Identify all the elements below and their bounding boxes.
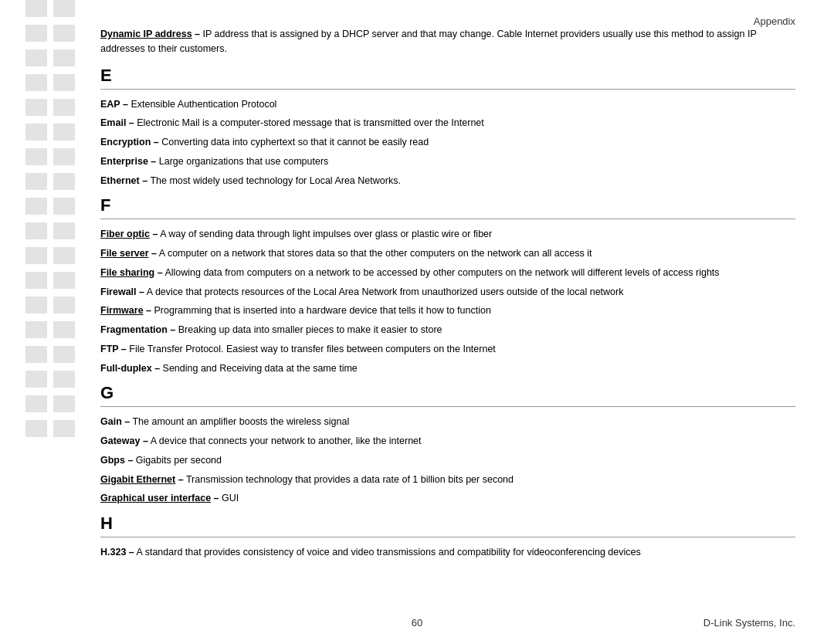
def-ethernet: Ethernet – The most widely used technolo… bbox=[100, 174, 795, 188]
section-letter-g: G bbox=[100, 383, 795, 403]
square-row bbox=[25, 395, 75, 412]
decorative-square bbox=[25, 247, 47, 264]
section-letter-e: E bbox=[100, 66, 795, 86]
square-row bbox=[25, 420, 75, 437]
def-enterprise: Enterprise – Large organizations that us… bbox=[100, 154, 795, 169]
square-row bbox=[25, 272, 75, 289]
dash-dynamic-ip: – bbox=[192, 29, 200, 39]
top-entry: Dynamic IP address – IP address that is … bbox=[100, 27, 795, 56]
def-h323: H.323 – A standard that provides consist… bbox=[100, 545, 795, 560]
decorative-square bbox=[53, 321, 75, 338]
section-g: G Gain – The amount an amplifier boosts … bbox=[100, 383, 795, 506]
decorative-square bbox=[53, 297, 75, 314]
square-row bbox=[25, 346, 75, 363]
decorative-square bbox=[53, 25, 75, 42]
decorative-square bbox=[25, 25, 47, 42]
header-text: Appendix bbox=[754, 15, 795, 27]
def-gateway: Gateway – A device that connects your ne… bbox=[100, 434, 795, 449]
footer-company: D-Link Systems, Inc. bbox=[703, 617, 795, 629]
def-ftp: FTP – File Transfer Protocol. Easiest wa… bbox=[100, 342, 795, 357]
square-row bbox=[25, 247, 75, 264]
decorative-square bbox=[53, 0, 75, 17]
decorative-square bbox=[25, 0, 47, 17]
decorative-square bbox=[25, 321, 47, 338]
decorative-square bbox=[25, 173, 47, 190]
square-row bbox=[25, 25, 75, 42]
decorative-square bbox=[53, 272, 75, 289]
decorative-square bbox=[53, 198, 75, 215]
term-dynamic-ip: Dynamic IP address bbox=[100, 29, 192, 39]
square-row bbox=[25, 99, 75, 116]
decorative-square bbox=[25, 420, 47, 437]
square-row bbox=[25, 74, 75, 91]
decorative-square bbox=[25, 395, 47, 412]
decorative-square bbox=[25, 297, 47, 314]
decorative-square bbox=[53, 346, 75, 363]
decorative-square bbox=[53, 222, 75, 239]
decorative-square bbox=[25, 124, 47, 141]
def-fiber-optic: Fiber optic – A way of sending data thro… bbox=[100, 227, 795, 242]
square-row bbox=[25, 222, 75, 239]
decorative-square bbox=[53, 371, 75, 388]
main-content: Dynamic IP address – IP address that is … bbox=[100, 15, 795, 560]
square-row bbox=[25, 49, 75, 66]
decorative-square bbox=[25, 198, 47, 215]
def-email: Email – Electronic Mail is a computer-st… bbox=[100, 116, 795, 130]
square-row bbox=[25, 371, 75, 388]
section-divider-g bbox=[100, 406, 795, 407]
footer-page-number: 60 bbox=[412, 617, 422, 629]
decorative-square bbox=[53, 173, 75, 190]
section-letter-f: F bbox=[100, 195, 795, 215]
section-e: E EAP – Extensible Authentication Protoc… bbox=[100, 66, 795, 188]
section-letter-h: H bbox=[100, 514, 795, 534]
page-container: Appendix Dynamic IP address – IP address… bbox=[0, 0, 834, 644]
section-divider-h bbox=[100, 537, 795, 537]
def-gbps: Gbps – Gigabits per second bbox=[100, 453, 795, 468]
square-row bbox=[25, 297, 75, 314]
def-gui: Graphical user interface – GUI bbox=[100, 491, 795, 506]
def-file-server: File server – A computer on a network th… bbox=[100, 246, 795, 261]
decorative-square bbox=[25, 371, 47, 388]
def-gigabit-ethernet: Gigabit Ethernet – Transmission technolo… bbox=[100, 473, 795, 487]
decorative-square bbox=[53, 74, 75, 91]
decorative-square bbox=[25, 99, 47, 116]
decorative-square bbox=[53, 49, 75, 66]
decorative-square bbox=[25, 148, 47, 165]
def-file-sharing: File sharing – Allowing data from comput… bbox=[100, 266, 795, 280]
def-gain: Gain – The amount an amplifier boosts th… bbox=[100, 415, 795, 429]
section-divider-f bbox=[100, 219, 795, 219]
def-firewall: Firewall – A device that protects resour… bbox=[100, 285, 795, 300]
square-row bbox=[25, 148, 75, 165]
decorative-square bbox=[53, 395, 75, 412]
page-header: Appendix bbox=[754, 15, 795, 27]
square-row bbox=[25, 124, 75, 141]
decorative-square bbox=[53, 247, 75, 264]
decorative-square bbox=[25, 49, 47, 66]
def-firmware: Firmware – Programming that is inserted … bbox=[100, 303, 795, 318]
decorative-square bbox=[53, 124, 75, 141]
decorative-square bbox=[25, 346, 47, 363]
def-fragmentation: Fragmentation – Breaking up data into sm… bbox=[100, 323, 795, 337]
square-row bbox=[25, 321, 75, 338]
def-full-duplex: Full-duplex – Sending and Receiving data… bbox=[100, 361, 795, 376]
square-row bbox=[25, 198, 75, 215]
left-decorative-squares bbox=[15, 0, 85, 644]
section-h: H H.323 – A standard that provides consi… bbox=[100, 514, 795, 560]
decorative-square bbox=[25, 272, 47, 289]
def-encryption: Encryption – Converting data into cypher… bbox=[100, 135, 795, 150]
decorative-square bbox=[53, 420, 75, 437]
def-eap: EAP – Extensible Authentication Protocol bbox=[100, 97, 795, 112]
decorative-square bbox=[53, 99, 75, 116]
square-row bbox=[25, 0, 75, 17]
section-f: F Fiber optic – A way of sending data th… bbox=[100, 195, 795, 375]
section-divider-e bbox=[100, 89, 795, 90]
decorative-square bbox=[25, 222, 47, 239]
square-row bbox=[25, 173, 75, 190]
decorative-square bbox=[25, 74, 47, 91]
decorative-square bbox=[53, 148, 75, 165]
